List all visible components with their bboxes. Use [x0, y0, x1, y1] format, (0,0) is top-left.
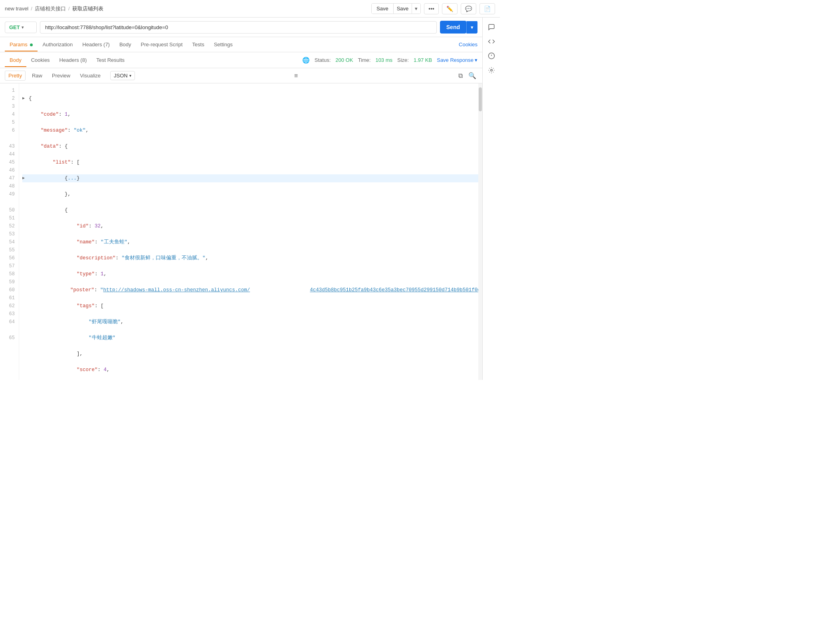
format-tab-preview[interactable]: Preview	[49, 71, 73, 80]
code-line-47: "description": "食材很新鲜，口味偏重，不油腻。",	[22, 254, 482, 262]
code-line-54: "score": 4,	[22, 366, 482, 374]
code-content: ▶{ "code": 1, "message": "ok", "data": {…	[19, 83, 482, 380]
tab-settings[interactable]: Settings	[209, 38, 238, 51]
resp-tab-cookies[interactable]: Cookies	[26, 54, 55, 67]
code-line-5: "list": [	[22, 158, 482, 166]
code-line-46: "name": "工夫鱼蛙",	[22, 238, 482, 246]
top-bar: new travel / 店铺相关接口 / 获取店铺列表 Save Save ▾…	[0, 0, 500, 18]
code-line-49: "poster": "http://shadows-mall.oss-cn-sh…	[22, 286, 482, 294]
code-line-4: "data": {	[22, 142, 482, 150]
format-tab-raw[interactable]: Raw	[29, 71, 46, 80]
format-bar: Pretty Raw Preview Visualize JSON ▾ ≡ ⧉ …	[0, 68, 482, 83]
code-line-44: {	[22, 206, 482, 214]
code-line-53: ],	[22, 350, 482, 358]
size-value: 1.97 KB	[414, 57, 432, 63]
collapse-toggle-6[interactable]: ▶	[22, 174, 29, 182]
resp-tab-test-results[interactable]: Test Results	[91, 54, 129, 67]
code-line-50: "tags": [	[22, 302, 482, 310]
breadcrumb-item-2[interactable]: 店铺相关接口	[35, 5, 66, 12]
code-line-1: ▶{	[22, 95, 482, 103]
comment-button[interactable]: 💬	[461, 3, 476, 14]
sidebar-icon-message[interactable]	[485, 21, 498, 34]
poster-link[interactable]: http://shadows-mall.oss-cn-shenzhen.aliy…	[103, 287, 250, 293]
method-select[interactable]: GET ▾	[5, 22, 37, 33]
status-label: Status:	[315, 57, 331, 63]
tab-tests[interactable]: Tests	[187, 38, 209, 51]
code-area: 1 2 3 4 5 6 43 44 45 46 47 48 49 50 51	[0, 83, 482, 380]
code-line-3: "message": "ok",	[22, 126, 482, 134]
code-line-45: "id": 32,	[22, 222, 482, 230]
send-arrow-button[interactable]: ▾	[466, 21, 477, 34]
save-response-button[interactable]: Save Response ▾	[437, 57, 477, 63]
wrap-button[interactable]: ≡	[293, 71, 299, 81]
method-label: GET	[9, 24, 20, 30]
status-value: 200 OK	[335, 57, 353, 63]
resp-tab-body[interactable]: Body	[5, 54, 26, 67]
code-line-43: },	[22, 190, 482, 198]
content-area: GET ▾ Send ▾ Params Authorization Header…	[0, 18, 482, 380]
size-label: Size:	[397, 57, 409, 63]
svg-point-3	[490, 69, 492, 71]
breadcrumb-sep-2: /	[68, 6, 70, 12]
save-button[interactable]: Save	[372, 4, 394, 14]
tab-params[interactable]: Params	[5, 38, 38, 51]
time-label: Time:	[358, 57, 370, 63]
cookies-link[interactable]: Cookies	[459, 41, 477, 47]
scrollbar-track[interactable]	[478, 83, 482, 380]
request-tabs: Params Authorization Headers (7) Body Pr…	[0, 37, 482, 52]
code-line-6: ▶ {...}	[22, 174, 482, 182]
format-type-select[interactable]: JSON ▾	[110, 71, 135, 80]
code-line-52: "牛蛙超嫩"	[22, 334, 482, 342]
format-tab-visualize[interactable]: Visualize	[77, 71, 104, 80]
time-value: 103 ms	[375, 57, 392, 63]
save-response-label: Save Response	[437, 57, 473, 63]
response-status: 🌐 Status: 200 OK Time: 103 ms Size: 1.97…	[302, 57, 477, 64]
line-numbers: 1 2 3 4 5 6 43 44 45 46 47 48 49 50 51	[0, 83, 19, 380]
save-label: Save	[394, 4, 412, 14]
right-sidebar	[482, 18, 500, 380]
scrollbar-thumb[interactable]	[479, 87, 482, 111]
globe-icon: 🌐	[302, 57, 310, 64]
format-type-label: JSON	[114, 73, 128, 79]
poster-link-2[interactable]: 4c43d5b8bc951b25fa9b43c6e35a3bec70955d29…	[310, 286, 482, 294]
tab-authorization[interactable]: Authorization	[38, 38, 77, 51]
main-layout: GET ▾ Send ▾ Params Authorization Header…	[0, 18, 500, 380]
format-type-arrow-icon: ▾	[129, 73, 131, 78]
top-bar-actions: Save Save ▾ ••• ✏️ 💬 📄	[371, 3, 495, 14]
save-response-arrow-icon: ▾	[475, 57, 477, 63]
copy-button[interactable]: ⧉	[457, 71, 464, 81]
url-input[interactable]	[40, 21, 437, 34]
sidebar-icon-code[interactable]	[485, 35, 498, 48]
breadcrumb-current: 获取店铺列表	[72, 5, 103, 12]
response-area: Body Cookies Headers (8) Test Results 🌐 …	[0, 52, 482, 380]
save-arrow-button[interactable]: ▾	[412, 4, 420, 14]
more-button[interactable]: •••	[424, 3, 439, 14]
format-bar-actions: ≡	[293, 71, 299, 81]
code-line-2: "code": 1,	[22, 111, 482, 119]
sidebar-icon-settings[interactable]	[485, 64, 498, 77]
method-arrow-icon: ▾	[22, 25, 24, 30]
code-line-48: "type": 1,	[22, 270, 482, 278]
tab-headers[interactable]: Headers (7)	[77, 38, 115, 51]
code-line-51: "虾尾嘎嘣脆",	[22, 318, 482, 326]
url-bar: GET ▾ Send ▾	[0, 18, 482, 37]
breadcrumb-item-1[interactable]: new travel	[5, 6, 28, 12]
doc-button[interactable]: 📄	[479, 3, 495, 14]
breadcrumb-sep-1: /	[31, 6, 32, 12]
breadcrumb: new travel / 店铺相关接口 / 获取店铺列表	[5, 5, 371, 12]
search-button[interactable]: 🔍	[467, 71, 477, 81]
format-tab-pretty[interactable]: Pretty	[5, 71, 26, 81]
send-button[interactable]: Send	[440, 21, 466, 34]
tab-pre-request-script[interactable]: Pre-request Script	[136, 38, 188, 51]
resp-tab-headers[interactable]: Headers (8)	[55, 54, 92, 67]
sidebar-icon-info[interactable]	[485, 49, 498, 62]
response-tabs: Body Cookies Headers (8) Test Results 🌐 …	[0, 52, 482, 68]
tab-body[interactable]: Body	[115, 38, 136, 51]
edit-button[interactable]: ✏️	[442, 3, 458, 14]
